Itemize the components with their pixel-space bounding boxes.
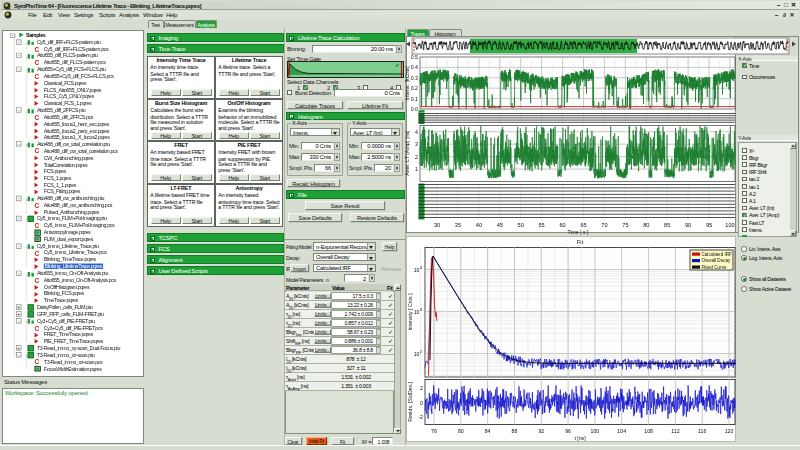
svg-text:10: 10	[414, 351, 420, 357]
svg-text:2: 2	[420, 385, 423, 391]
svg-text:3: 3	[420, 307, 423, 312]
svg-text:88: 88	[512, 428, 518, 434]
svg-text:-2: -2	[418, 414, 423, 420]
svg-text:10: 10	[414, 309, 420, 315]
svg-text:Fit: Fit	[577, 239, 584, 245]
svg-text:80: 80	[458, 428, 464, 434]
svg-text:100: 100	[591, 428, 600, 434]
svg-text:76: 76	[431, 428, 437, 434]
svg-text:92: 92	[538, 428, 544, 434]
svg-text:Fitted Curve: Fitted Curve	[702, 265, 727, 270]
svg-text:2: 2	[420, 349, 423, 354]
svg-text:84: 84	[485, 428, 491, 434]
svg-text:10: 10	[414, 267, 420, 273]
svg-text:4: 4	[420, 265, 423, 270]
svg-text:Calculated IRF: Calculated IRF	[702, 252, 733, 257]
svg-text:0: 0	[420, 400, 423, 406]
svg-text:112: 112	[671, 428, 679, 434]
svg-text:t [ns]: t [ns]	[574, 435, 586, 441]
svg-text:104: 104	[617, 428, 626, 434]
svg-text:116: 116	[698, 428, 706, 434]
svg-text:Intensity [ Cnts ]: Intensity [ Cnts ]	[407, 293, 413, 331]
svg-text:96: 96	[565, 428, 571, 434]
svg-text:Resids. [StdDev.]: Resids. [StdDev.]	[407, 382, 413, 422]
svg-text:Overall Decay: Overall Decay	[702, 258, 732, 263]
svg-text:108: 108	[644, 428, 653, 434]
svg-text:120: 120	[725, 428, 734, 434]
